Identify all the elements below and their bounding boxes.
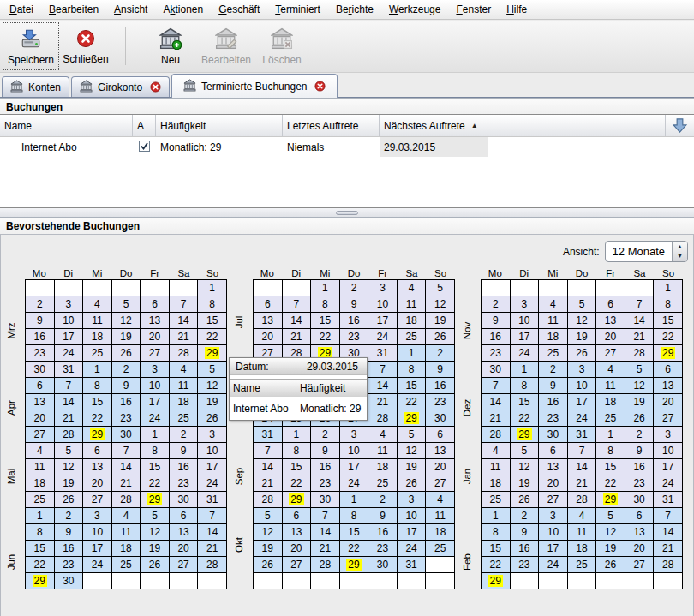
day-cell[interactable]: 14 — [625, 313, 654, 329]
day-cell[interactable]: 6 — [169, 508, 198, 524]
day-cell[interactable]: 5 — [625, 362, 654, 378]
day-cell[interactable]: 26 — [397, 475, 426, 492]
day-cell[interactable]: 22 — [198, 329, 227, 345]
day-cell[interactable]: 8 — [26, 524, 55, 541]
day-cell[interactable]: 19 — [198, 394, 227, 410]
day-cell[interactable]: 20 — [426, 459, 455, 475]
day-cell[interactable]: 27 — [282, 557, 311, 573]
day-cell[interactable]: 4 — [111, 508, 141, 524]
day-cell[interactable]: 3 — [141, 362, 170, 378]
day-cell[interactable]: 25 — [368, 475, 398, 492]
day-cell[interactable]: 28 — [567, 492, 596, 508]
day-cell[interactable]: 26 — [54, 492, 83, 508]
day-cell[interactable]: 2 — [539, 362, 568, 378]
day-cell[interactable]: 12 — [141, 524, 170, 541]
day-cell[interactable]: 9 — [510, 524, 539, 541]
day-cell[interactable]: 21 — [198, 541, 227, 557]
day-cell[interactable]: 23 — [169, 475, 198, 492]
tab-girokonto[interactable]: Girokonto — [71, 76, 170, 97]
day-cell[interactable]: 3 — [539, 508, 568, 524]
day-cell[interactable]: 8 — [596, 443, 625, 459]
day-cell[interactable]: 28 — [482, 427, 511, 443]
day-cell[interactable]: 24 — [141, 410, 170, 427]
day-cell[interactable]: 22 — [596, 475, 625, 492]
day-cell[interactable]: 16 — [482, 329, 511, 345]
day-cell[interactable]: 30 — [625, 492, 654, 508]
day-cell[interactable]: 1 — [596, 427, 625, 443]
day-cell[interactable]: 26 — [198, 410, 227, 427]
day-cell[interactable]: 22 — [339, 541, 368, 557]
day-cell[interactable]: 10 — [141, 378, 170, 394]
day-cell[interactable]: 19 — [397, 459, 426, 475]
day-cell[interactable]: 6 — [426, 427, 455, 443]
day-cell[interactable]: 20 — [625, 541, 654, 557]
day-cell[interactable]: 7 — [482, 378, 511, 394]
day-cell[interactable]: 29 — [510, 427, 539, 443]
day-cell[interactable]: 9 — [169, 443, 198, 459]
day-cell[interactable]: 21 — [254, 475, 283, 492]
day-cell[interactable]: 12 — [510, 459, 539, 475]
day-cell[interactable]: 8 — [654, 296, 683, 313]
day-cell[interactable]: 17 — [198, 459, 227, 475]
day-cell[interactable]: 7 — [54, 378, 83, 394]
day-cell[interactable]: 24 — [654, 475, 683, 492]
day-cell[interactable]: 18 — [539, 329, 568, 345]
day-cell[interactable]: 11 — [26, 459, 55, 475]
menu-item-gesch-ft[interactable]: Geschäft — [211, 1, 267, 18]
day-cell[interactable]: 19 — [625, 394, 654, 410]
day-cell[interactable]: 25 — [596, 410, 625, 427]
day-cell[interactable]: 16 — [426, 378, 455, 394]
day-cell[interactable]: 14 — [282, 313, 311, 329]
day-cell[interactable]: 14 — [654, 524, 683, 541]
day-cell[interactable]: 24 — [83, 557, 112, 573]
day-cell[interactable]: 18 — [111, 541, 141, 557]
day-cell[interactable]: 10 — [510, 313, 539, 329]
day-cell[interactable]: 21 — [311, 541, 340, 557]
day-cell[interactable]: 11 — [368, 443, 398, 459]
day-cell[interactable]: 1 — [141, 427, 170, 443]
day-cell[interactable]: 15 — [596, 459, 625, 475]
neu-button[interactable]: Neu — [143, 23, 198, 69]
day-cell[interactable]: 17 — [510, 329, 539, 345]
day-cell[interactable]: 17 — [368, 313, 398, 329]
day-cell[interactable]: 22 — [83, 410, 112, 427]
day-cell[interactable]: 16 — [510, 541, 539, 557]
day-cell[interactable]: 18 — [482, 475, 511, 492]
day-cell[interactable]: 12 — [54, 459, 83, 475]
day-cell[interactable]: 3 — [567, 362, 596, 378]
day-cell[interactable]: 30 — [26, 362, 55, 378]
day-cell[interactable]: 12 — [596, 524, 625, 541]
day-cell[interactable]: 15 — [26, 541, 55, 557]
day-cell[interactable]: 24 — [510, 345, 539, 362]
day-cell[interactable]: 24 — [567, 410, 596, 427]
day-cell[interactable]: 30 — [426, 410, 455, 427]
day-cell[interactable]: 15 — [141, 459, 170, 475]
day-cell[interactable]: 31 — [368, 345, 398, 362]
menu-item-werkzeuge[interactable]: Werkzeuge — [381, 1, 448, 18]
day-cell[interactable]: 23 — [510, 557, 539, 573]
day-cell[interactable]: 16 — [368, 524, 398, 541]
day-cell[interactable]: 29 — [198, 345, 227, 362]
spinner-up-button[interactable]: ▲ — [673, 242, 687, 252]
bearbeiten-button[interactable]: Bearbeiten — [198, 23, 254, 69]
day-cell[interactable]: 26 — [596, 557, 625, 573]
day-cell[interactable]: 31 — [567, 427, 596, 443]
day-cell[interactable]: 26 — [141, 557, 170, 573]
day-cell[interactable]: 12 — [567, 313, 596, 329]
day-cell[interactable]: 12 — [397, 443, 426, 459]
day-cell[interactable]: 27 — [141, 345, 170, 362]
day-cell[interactable]: 1 — [482, 508, 511, 524]
day-cell[interactable]: 2 — [339, 280, 368, 296]
day-cell[interactable]: 16 — [26, 329, 55, 345]
day-cell[interactable]: 2 — [510, 508, 539, 524]
day-cell[interactable]: 25 — [26, 492, 55, 508]
day-cell[interactable]: 20 — [596, 329, 625, 345]
day-cell[interactable]: 29 — [654, 345, 683, 362]
day-cell[interactable]: 31 — [397, 557, 426, 573]
day-cell[interactable]: 29 — [339, 557, 368, 573]
spinner-down-button[interactable]: ▼ — [673, 252, 687, 262]
menu-item-datei[interactable]: Datei — [2, 1, 41, 18]
day-cell[interactable]: 26 — [111, 345, 141, 362]
day-cell[interactable]: 19 — [596, 541, 625, 557]
day-cell[interactable]: 7 — [198, 508, 227, 524]
